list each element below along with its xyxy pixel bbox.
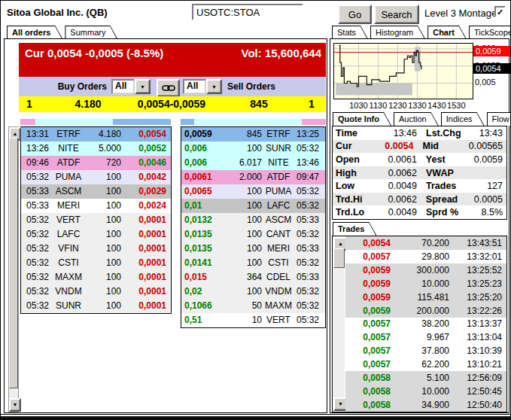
tab-auction[interactable]: Auction: [394, 112, 439, 126]
trade-row[interactable]: 0,005910.00013:25:23: [345, 277, 506, 291]
quote-info-row: Trd.Lo0.0049Sprd %8.5%: [333, 205, 506, 219]
ask-size: 50: [225, 299, 262, 313]
buy-filter-dropdown[interactable]: All ▼: [111, 79, 151, 94]
chart-x-tick: 1130: [367, 101, 388, 110]
ask-market-maker: SUNR: [262, 142, 295, 156]
bid-price: 0,0029: [123, 184, 171, 199]
trade-row[interactable]: 0,005729.80013:32:01: [345, 250, 506, 263]
montage-scrollbar[interactable]: ▲ ▼: [8, 126, 19, 412]
ask-row[interactable]: 0,015364CDEL05:33: [181, 270, 325, 285]
tab-trades[interactable]: Trades: [333, 222, 376, 236]
trades-list-frame: ▲ ▼ 0,005470.20013:43:510,005729.80013:3…: [332, 236, 507, 412]
chevron-down-icon[interactable]: ▼: [135, 79, 151, 94]
trade-time: 12:50:45: [449, 386, 506, 397]
bid-row[interactable]: 05:32PUMA1000,0042: [21, 170, 171, 184]
trade-row[interactable]: 0,00585.10012:56:09: [345, 371, 506, 385]
tab-tickscope[interactable]: TickScope: [469, 26, 511, 39]
tab-histogram[interactable]: Histogram: [370, 26, 425, 39]
ask-time: 05:32: [295, 256, 325, 270]
trade-row[interactable]: 0,0059115.48113:25:20: [345, 291, 506, 304]
bid-row[interactable]: 13:26NITE5.0000,0052: [21, 142, 171, 156]
ask-row[interactable]: 0,0066.017NITE13:46: [181, 156, 325, 170]
tab-all-orders[interactable]: All orders: [7, 26, 62, 39]
depth-segment: [113, 119, 171, 125]
bid-market-maker: VFIN: [51, 242, 86, 256]
trade-row[interactable]: 0,005470.20013:43:51: [345, 236, 506, 250]
trade-row[interactable]: 0,005737.80013:10:39: [345, 344, 506, 358]
ask-row[interactable]: 0,0135100CANT05:32: [181, 227, 325, 242]
tab-indices[interactable]: Indices: [441, 112, 485, 126]
trade-row[interactable]: 0,005834.90012:50:40: [345, 398, 506, 412]
ask-price: 0,01: [181, 199, 225, 213]
trade-size: 62.200: [391, 359, 449, 370]
ask-row[interactable]: 0,0059845ETRF13:25: [181, 127, 325, 142]
search-button[interactable]: Search: [374, 5, 419, 24]
bid-time: 13:26: [21, 142, 51, 156]
ask-row[interactable]: 0,0132100ASCM05:33: [181, 213, 325, 227]
bid-depth-strip: [20, 119, 171, 125]
trade-row[interactable]: 0,005762.20013:10:21: [345, 358, 506, 371]
scroll-down-icon[interactable]: ▼: [9, 398, 21, 412]
bid-row[interactable]: 05:33ASCM1000,0029: [21, 184, 171, 199]
trades-scrollbar[interactable]: ▲ ▼: [333, 237, 345, 411]
bid-row[interactable]: 09:46ATDF7200,0046: [21, 156, 171, 170]
volume-readout: Vol: 15,600,644: [242, 47, 321, 59]
bid-size: 4.180: [86, 127, 123, 142]
chart-price-flag: 0,0054: [473, 63, 511, 74]
ask-row[interactable]: 0,5110VERT05:32: [181, 313, 325, 327]
sell-filter-dropdown[interactable]: All ▼: [183, 79, 222, 94]
ask-price: 0,51: [181, 313, 225, 327]
link-sides-button[interactable]: [157, 79, 180, 97]
ask-size: 100: [225, 199, 262, 213]
bid-row[interactable]: 05:32VERT1000,0001: [21, 213, 171, 227]
ask-row[interactable]: 0,00612.000ATDF09:47: [181, 170, 325, 184]
bid-row[interactable]: 13:31ETRF4.1800,0054: [21, 127, 171, 142]
trade-row[interactable]: 0,0059300.00013:25:52: [345, 263, 506, 277]
scrollbar-thumb[interactable]: [9, 138, 18, 388]
trade-row[interactable]: 0,005810.00012:50:45: [345, 385, 506, 398]
bid-time: 05:32: [21, 270, 51, 285]
bid-market-maker: SUNR: [51, 299, 86, 313]
tab-quote-info[interactable]: Quote Info: [333, 112, 391, 126]
bid-row[interactable]: 05:33MERI1000,0024: [21, 199, 171, 213]
bid-row[interactable]: 05:32VFIN1000,0001: [21, 242, 171, 256]
scrollbar-thumb[interactable]: [333, 248, 345, 268]
bid-row[interactable]: 05:32MAXM1000,0001: [21, 270, 171, 285]
tab-label: Indices: [442, 113, 484, 126]
bid-row[interactable]: 05:32LAFC1000,0001: [21, 227, 171, 242]
tab-chart[interactable]: Chart: [427, 26, 467, 39]
ask-row[interactable]: 0,02100VNDM05:32: [181, 285, 325, 299]
chevron-down-icon[interactable]: ▼: [206, 79, 222, 94]
ask-size: 100: [225, 285, 262, 299]
ask-row[interactable]: 0,0065100PUMA05:32: [181, 184, 325, 199]
trade-row[interactable]: 0,0059200.00013:22:26: [345, 304, 506, 318]
ask-time: 09:47: [295, 170, 325, 184]
tab-stats[interactable]: Stats: [332, 26, 368, 39]
symbol-input[interactable]: [192, 4, 303, 20]
quote-value: 0.0059: [474, 154, 505, 165]
inside-spread: 0,0054-0,0059: [126, 96, 217, 112]
tab-flow[interactable]: Flow: [487, 112, 511, 126]
bid-price: 0,0001: [123, 213, 171, 227]
bid-row[interactable]: 05:32SUNR1000,0001: [21, 299, 171, 313]
ask-market-maker: PUMA: [262, 184, 295, 199]
trade-row[interactable]: 0,00579.96713:13:04: [345, 330, 506, 344]
ask-row[interactable]: 0,0141100CSTI05:32: [181, 256, 325, 270]
intraday-chart: [333, 43, 473, 99]
ask-price: 0,006: [181, 142, 225, 156]
instrument-title: Sitoa Global Inc. (QB): [7, 7, 108, 18]
trade-price: 0,0057: [345, 318, 391, 329]
level3-checkbox[interactable]: ✓: [494, 6, 506, 17]
ask-market-maker: CSTI: [262, 256, 295, 270]
bid-price: 0,0001: [123, 299, 171, 313]
bid-row[interactable]: 05:32CSTI1000,0001: [21, 256, 171, 270]
ask-row[interactable]: 0,01100LAFC05:32: [181, 199, 325, 213]
go-button[interactable]: Go: [338, 5, 372, 24]
ask-row[interactable]: 0,006100SUNR05:32: [181, 142, 325, 156]
tab-summary[interactable]: Summary: [65, 26, 117, 39]
ask-row[interactable]: 0,0135100MERI05:33: [181, 242, 325, 256]
ask-row[interactable]: 0,106650MAXM05:32: [181, 299, 325, 313]
bid-row[interactable]: 05:32VNDM1000,0001: [21, 285, 171, 299]
quote-info-row: Low0.0049Trades127: [333, 179, 506, 193]
trade-row[interactable]: 0,005738.20013:13:37: [345, 318, 506, 331]
